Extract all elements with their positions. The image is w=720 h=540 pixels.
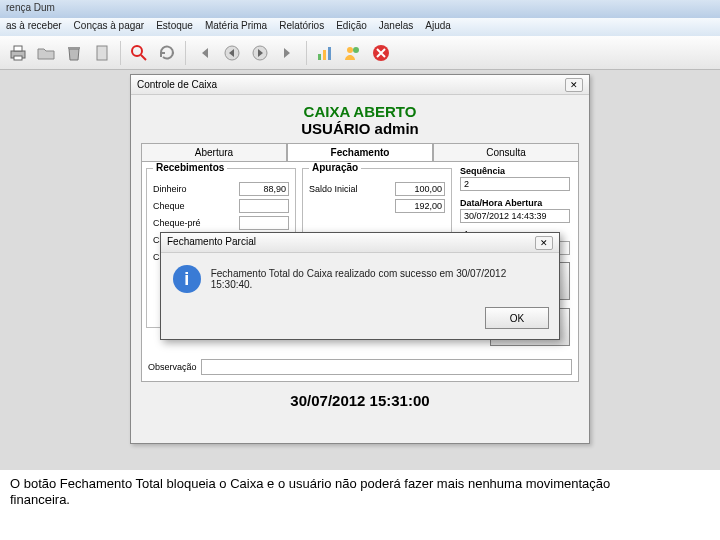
- toolbar: [0, 36, 720, 70]
- nav-first-icon[interactable]: [192, 41, 216, 65]
- menu-estoque[interactable]: Estoque: [156, 20, 193, 34]
- people-icon[interactable]: [341, 41, 365, 65]
- svg-point-13: [353, 47, 359, 53]
- apur-input[interactable]: [395, 199, 445, 213]
- menu-materia[interactable]: Matéria Prima: [205, 20, 267, 34]
- menu-relatorios[interactable]: Relatórios: [279, 20, 324, 34]
- caixa-user: USUÁRIO admin: [141, 120, 579, 137]
- nav-next-icon[interactable]: [248, 41, 272, 65]
- svg-point-5: [132, 46, 142, 56]
- obs-input[interactable]: [201, 359, 572, 375]
- trash-icon[interactable]: [62, 41, 86, 65]
- dialog-title: Fechamento Parcial: [167, 236, 256, 249]
- nav-prev-icon[interactable]: [220, 41, 244, 65]
- row-label: Dinheiro: [153, 184, 187, 194]
- dialog-close-button[interactable]: ✕: [535, 236, 553, 250]
- app-title-bar: rença Dum: [0, 0, 720, 18]
- chequepre-input[interactable]: [239, 216, 289, 230]
- row-label: Cheque-pré: [153, 218, 201, 228]
- svg-point-12: [347, 47, 353, 53]
- print-icon[interactable]: [6, 41, 30, 65]
- svg-rect-1: [14, 46, 22, 51]
- svg-rect-3: [68, 47, 80, 49]
- menu-receber[interactable]: as à receber: [6, 20, 62, 34]
- svg-rect-9: [318, 54, 321, 60]
- info-icon: i: [173, 265, 201, 293]
- clock: 30/07/2012 15:31:00: [141, 392, 579, 409]
- search-icon[interactable]: [127, 41, 151, 65]
- menu-janelas[interactable]: Janelas: [379, 20, 413, 34]
- menu-bar: as à receber Conças à pagar Estoque Maté…: [0, 18, 720, 36]
- svg-rect-4: [97, 46, 107, 60]
- tab-abertura[interactable]: Abertura: [141, 143, 287, 161]
- svg-rect-11: [328, 47, 331, 60]
- apuracao-title: Apuração: [309, 162, 361, 173]
- svg-rect-10: [323, 50, 326, 60]
- row-label: Saldo Inicial: [309, 184, 358, 194]
- tab-fechamento[interactable]: Fechamento: [287, 143, 433, 161]
- slide-caption: O botão Fechamento Total bloqueia o Caix…: [10, 476, 650, 509]
- menu-pagar[interactable]: Conças à pagar: [74, 20, 145, 34]
- seq-label: Sequência: [460, 166, 570, 176]
- recebimentos-title: Recebimentos: [153, 162, 227, 173]
- tab-consulta[interactable]: Consulta: [433, 143, 579, 161]
- menu-ajuda[interactable]: Ajuda: [425, 20, 451, 34]
- obs-label: Observação: [148, 362, 197, 372]
- svg-rect-2: [14, 56, 22, 60]
- close-icon[interactable]: [369, 41, 393, 65]
- svg-line-6: [141, 55, 146, 60]
- separator: [120, 41, 121, 65]
- seq-value: 2: [460, 177, 570, 191]
- dinheiro-input[interactable]: [239, 182, 289, 196]
- dialog-ok-button[interactable]: OK: [485, 307, 549, 329]
- row-label: Cheque: [153, 201, 185, 211]
- mdi-title-text: Controle de Caixa: [137, 79, 217, 90]
- nav-last-icon[interactable]: [276, 41, 300, 65]
- abertura-label: Data/Hora Abertura: [460, 198, 570, 208]
- folder-icon[interactable]: [34, 41, 58, 65]
- separator: [185, 41, 186, 65]
- refresh-icon[interactable]: [155, 41, 179, 65]
- separator: [306, 41, 307, 65]
- message-dialog: Fechamento Parcial ✕ i Fechamento Total …: [160, 232, 560, 340]
- caixa-status: CAIXA ABERTO: [141, 103, 579, 120]
- doc-icon[interactable]: [90, 41, 114, 65]
- menu-edicao[interactable]: Edição: [336, 20, 367, 34]
- abertura-value: 30/07/2012 14:43:39: [460, 209, 570, 223]
- chart-icon[interactable]: [313, 41, 337, 65]
- mdi-close-button[interactable]: ✕: [565, 78, 583, 92]
- dialog-message: Fechamento Total do Caixa realizado com …: [211, 268, 547, 290]
- cheque-input[interactable]: [239, 199, 289, 213]
- saldo-input[interactable]: [395, 182, 445, 196]
